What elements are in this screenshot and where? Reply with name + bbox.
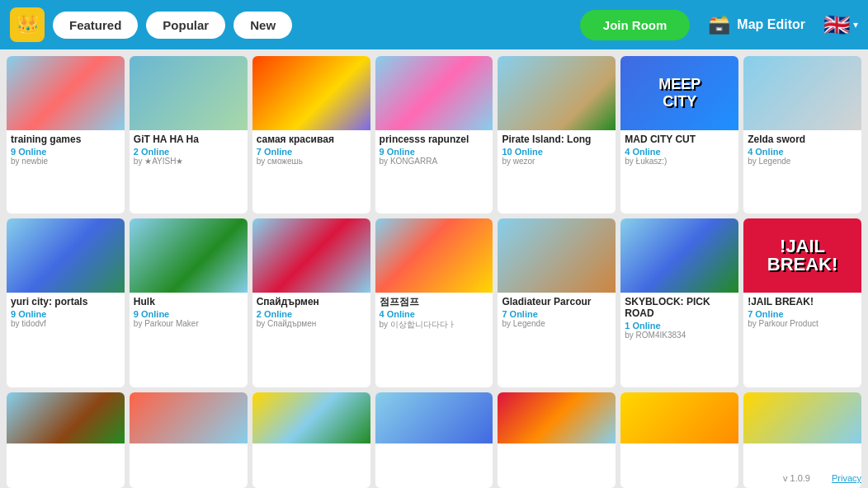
game-author: by 이상합니다다다ㅏ <box>380 319 489 331</box>
game-thumbnail <box>252 218 370 293</box>
game-author: by Parkour Product <box>748 319 857 328</box>
game-author: by Łukasz:) <box>625 157 734 166</box>
game-thumbnail <box>375 56 493 130</box>
nav-new-button[interactable]: New <box>234 12 292 39</box>
game-card[interactable] <box>498 392 616 488</box>
game-thumbnail <box>130 392 248 443</box>
game-online-count: 4 Online <box>380 309 489 319</box>
game-info: yuri city: portals9 Onlineby tidodvf <box>7 293 125 387</box>
game-card[interactable] <box>252 392 370 488</box>
game-online-count: 4 Online <box>625 147 734 157</box>
game-info: SKYBLOCK: PICK ROAD1 Onlineby ROM4IK3834 <box>620 293 738 387</box>
game-thumbnail <box>7 218 125 293</box>
game-author: by wezor <box>502 157 611 166</box>
header: 👑 Featured Popular New Join Room 🗃️ Map … <box>0 0 868 49</box>
game-title: Zelda sword <box>748 134 857 145</box>
game-card[interactable]: GiT HA HA Ha2 Onlineby ★AYISH★ <box>130 56 248 214</box>
game-card[interactable]: самая красивая7 Onlineby сможешь <box>252 56 370 214</box>
game-author: by сможешь <box>257 157 366 166</box>
nav-popular-button[interactable]: Popular <box>146 12 225 39</box>
game-title: princesss rapunzel <box>380 134 489 145</box>
game-grid: training games9 Onlineby newbieGiT HA HA… <box>0 49 868 488</box>
game-online-count: 2 Online <box>134 147 243 157</box>
game-card[interactable]: Zelda sword4 Onlineby Legende <box>743 56 861 214</box>
game-info: Zelda sword4 Onlineby Legende <box>743 130 861 214</box>
game-online-count: 7 Online <box>748 309 857 319</box>
game-info: training games9 Onlineby newbie <box>7 130 125 214</box>
game-online-count: 9 Online <box>11 147 120 157</box>
game-card[interactable]: yuri city: portals9 Onlineby tidodvf <box>7 218 125 387</box>
game-card[interactable] <box>620 392 738 488</box>
game-info: Gladiateur Parcour7 Onlineby Legende <box>498 293 616 387</box>
map-editor-icon: 🗃️ <box>708 14 730 35</box>
game-title: 점프점프 <box>380 296 489 307</box>
game-info: GiT HA HA Ha2 Onlineby ★AYISH★ <box>130 130 248 214</box>
game-online-count: 9 Online <box>11 309 120 319</box>
chevron-down-icon: ▾ <box>853 19 858 30</box>
game-thumbnail <box>130 56 248 130</box>
game-card[interactable] <box>375 392 493 488</box>
game-thumbnail <box>7 392 125 443</box>
game-card[interactable]: Спайдърмен2 Onlineby Спайдърмен <box>252 218 370 387</box>
crown-icon: 👑 <box>10 7 45 42</box>
privacy-link[interactable]: Privacy <box>832 473 861 483</box>
game-author: by tidodvf <box>11 319 120 328</box>
game-card[interactable]: Gladiateur Parcour7 Onlineby Legende <box>498 218 616 387</box>
game-title: Спайдърмен <box>257 296 366 307</box>
game-thumbnail <box>498 392 616 443</box>
game-title: yuri city: portals <box>11 296 120 307</box>
game-thumbnail <box>498 218 616 293</box>
game-card[interactable]: 점프점프4 Onlineby 이상합니다다다ㅏ <box>375 218 493 387</box>
game-info: MAD CITY CUT4 Onlineby Łukasz:) <box>620 130 738 214</box>
game-thumbnail: MEEPCITY <box>620 56 738 130</box>
version-label: v 1.0.9 <box>783 473 810 483</box>
game-title: GiT HA HA Ha <box>134 134 243 145</box>
game-online-count: 2 Online <box>257 309 366 319</box>
game-card[interactable]: Hulk9 Onlineby Parkour Maker <box>130 218 248 387</box>
game-online-count: 1 Online <box>625 321 734 331</box>
join-room-button[interactable]: Join Room <box>580 10 691 40</box>
game-thumbnail <box>375 392 493 443</box>
game-card[interactable]: training games9 Onlineby newbie <box>7 56 125 214</box>
game-author: by newbie <box>11 157 120 166</box>
game-title: !JAIL BREAK! <box>748 296 857 307</box>
thumb-label: !JAILBREAK! <box>767 237 838 274</box>
game-online-count: 10 Online <box>502 147 611 157</box>
map-editor-label: Map Editor <box>737 17 805 32</box>
game-title: training games <box>11 134 120 145</box>
game-card[interactable]: princesss rapunzel9 Onlineby KONGARRA <box>375 56 493 214</box>
thumb-label: MEEPCITY <box>658 76 701 110</box>
game-info: самая красивая7 Onlineby сможешь <box>252 130 370 214</box>
game-thumbnail <box>252 56 370 130</box>
language-button[interactable]: 🇬🇧 ▾ <box>823 12 858 38</box>
game-info: !JAIL BREAK!7 Onlineby Parkour Product <box>743 293 861 387</box>
game-card[interactable] <box>130 392 248 488</box>
game-author: by Legende <box>748 157 857 166</box>
game-info: Спайдърмен2 Onlineby Спайдърмен <box>252 293 370 387</box>
game-thumbnail <box>375 218 493 293</box>
flag-icon: 🇬🇧 <box>823 12 850 38</box>
game-author: by KONGARRA <box>380 157 489 166</box>
game-card[interactable]: Pirate Island: Long10 Onlineby wezor <box>498 56 616 214</box>
game-thumbnail <box>620 218 738 293</box>
game-author: by Parkour Maker <box>134 319 243 328</box>
game-info: 점프점프4 Onlineby 이상합니다다다ㅏ <box>375 293 493 387</box>
game-online-count: 7 Online <box>257 147 366 157</box>
game-thumbnail <box>498 56 616 130</box>
game-thumbnail <box>743 392 861 443</box>
game-title: SKYBLOCK: PICK ROAD <box>625 296 734 320</box>
game-author: by ROM4IK3834 <box>625 331 734 340</box>
game-title: Hulk <box>134 296 243 307</box>
game-info: princesss rapunzel9 Onlineby KONGARRA <box>375 130 493 214</box>
game-info: Pirate Island: Long10 Onlineby wezor <box>498 130 616 214</box>
game-online-count: 9 Online <box>380 147 489 157</box>
game-author: by ★AYISH★ <box>134 157 243 166</box>
game-card[interactable]: SKYBLOCK: PICK ROAD1 Onlineby ROM4IK3834 <box>620 218 738 387</box>
map-editor-area: 🗃️ Map Editor <box>708 14 805 35</box>
game-online-count: 7 Online <box>502 309 611 319</box>
game-card[interactable]: !JAILBREAK!!JAIL BREAK!7 Onlineby Parkou… <box>743 218 861 387</box>
nav-featured-button[interactable]: Featured <box>53 12 138 39</box>
game-card[interactable] <box>7 392 125 488</box>
game-card[interactable]: MEEPCITYMAD CITY CUT4 Onlineby Łukasz:) <box>620 56 738 214</box>
game-thumbnail <box>743 56 861 130</box>
